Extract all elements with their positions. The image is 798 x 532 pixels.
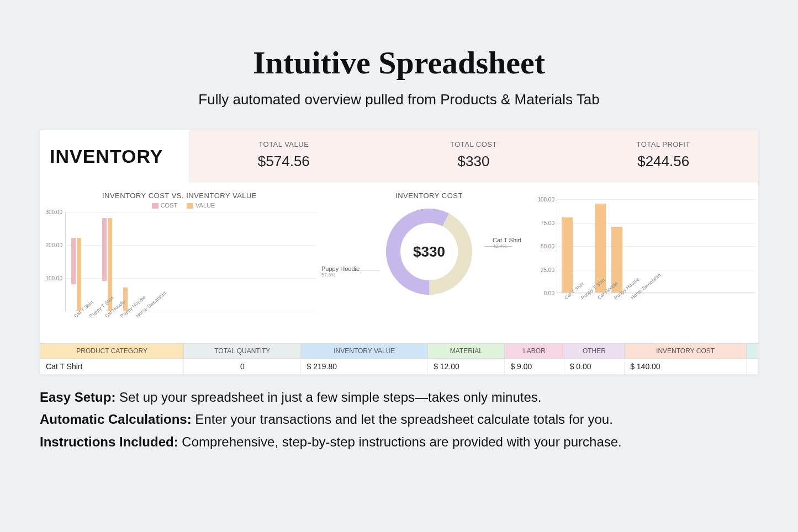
chart-right-bar: 0.0025.0050.0075.00100.00 Cat T ShirtPup… [537, 188, 758, 339]
table-row: Cat T Shirt 0 $ 219.80 $ 12.00 $ 9.00 $ … [40, 359, 758, 375]
donut-label-left: Puppy Hoodie 57.6% [321, 265, 360, 278]
feature-line: Easy Setup: Set up your spreadsheet in j… [40, 387, 758, 408]
kpi-total-profit: TOTAL PROFIT $244.56 [568, 130, 758, 183]
chart-cost-vs-value: INVENTORY COST VS. INVENTORY VALUE COST … [40, 188, 321, 339]
td-trailing [747, 359, 758, 375]
donut-slice-pct: 42.4% [493, 243, 521, 249]
chart-x-labels: Cat T ShirtPuppy T ShirtCat HoodiePuppy … [557, 293, 755, 321]
donut-slice-name: Cat T Shirt [493, 237, 521, 243]
chart-legend: COST VALUE [43, 202, 316, 209]
donut-slice-pct: 57.6% [321, 272, 360, 278]
feature-bold: Automatic Calculations: [40, 412, 192, 427]
feature-bold: Easy Setup: [40, 390, 115, 405]
chart-inventory-cost-donut: INVENTORY COST $330 Cat T Shirt 42.4% Pu… [321, 188, 537, 339]
feature-line: Instructions Included: Comprehensive, st… [40, 432, 758, 453]
page-subtitle: Fully automated overview pulled from Pro… [40, 91, 758, 108]
th-material: MATERIAL [428, 344, 505, 359]
td-labor: $ 9.00 [505, 359, 564, 375]
chart-title: INVENTORY COST [321, 191, 537, 200]
kpi-label: TOTAL PROFIT [568, 140, 758, 148]
feature-bold: Instructions Included: [40, 434, 178, 449]
feature-text: Set up your spreadsheet in just a few si… [115, 390, 541, 405]
kpi-label: TOTAL VALUE [189, 140, 379, 148]
kpi-value: $574.56 [189, 153, 379, 170]
chart-plot-area: 100.00200.00300.00 [65, 212, 316, 311]
th-inventory-cost: INVENTORY COST [625, 344, 747, 359]
donut-label-right: Cat T Shirt 42.4% [493, 237, 521, 249]
donut: $330 [379, 202, 479, 301]
legend-swatch-value [187, 203, 193, 209]
spreadsheet-screenshot: INVENTORY TOTAL VALUE $574.56 TOTAL COST… [40, 130, 758, 375]
th-product-category: PRODUCT CATEGORY [40, 344, 184, 359]
kpi-total-cost: TOTAL COST $330 [379, 130, 569, 183]
table-header-row: PRODUCT CATEGORY TOTAL QUANTITY INVENTOR… [40, 344, 758, 359]
kpi-value: $244.56 [568, 153, 758, 170]
donut-center-value: $330 [413, 243, 445, 260]
th-total-quantity: TOTAL QUANTITY [184, 344, 301, 359]
kpi-value: $330 [379, 153, 569, 170]
td-value: $ 219.80 [301, 359, 428, 375]
kpi-total-value: TOTAL VALUE $574.56 [189, 130, 379, 183]
td-category: Cat T Shirt [40, 359, 184, 375]
legend-swatch-cost [152, 203, 158, 209]
donut-slice-name: Puppy Hoodie [321, 265, 360, 272]
inventory-table: PRODUCT CATEGORY TOTAL QUANTITY INVENTOR… [40, 343, 758, 375]
page-title: Intuitive Spreadsheet [40, 44, 758, 81]
td-material: $ 12.00 [428, 359, 505, 375]
feature-line: Automatic Calculations: Enter your trans… [40, 409, 758, 430]
legend-label-cost: COST [161, 202, 177, 209]
th-trailing [747, 344, 758, 359]
td-invcost: $ 140.00 [625, 359, 747, 375]
feature-list: Easy Setup: Set up your spreadsheet in j… [40, 387, 758, 453]
kpi-label: TOTAL COST [379, 140, 569, 148]
th-other: OTHER [564, 344, 625, 359]
chart-title: INVENTORY COST VS. INVENTORY VALUE [43, 191, 316, 200]
kpi-bar: TOTAL VALUE $574.56 TOTAL COST $330 TOTA… [189, 130, 758, 183]
chart-x-labels: Cat T ShirtPuppy T ShirtCat HoodiePuppy … [65, 311, 316, 339]
th-labor: LABOR [505, 344, 564, 359]
td-qty: 0 [184, 359, 301, 375]
feature-text: Comprehensive, step-by-step instructions… [178, 434, 622, 449]
inventory-heading: INVENTORY [40, 130, 189, 183]
th-inventory-value: INVENTORY VALUE [301, 344, 428, 359]
legend-label-value: VALUE [195, 202, 215, 209]
td-other: $ 0.00 [564, 359, 625, 375]
feature-text: Enter your transactions and let the spre… [192, 412, 613, 427]
